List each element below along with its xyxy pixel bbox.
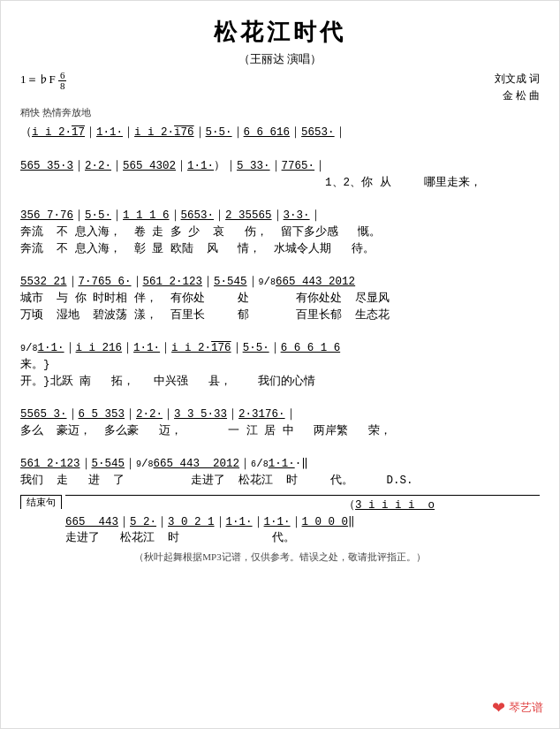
song-title: 松花江时代 (20, 17, 540, 48)
tempo: 稍快 热情奔放地 (20, 106, 540, 119)
ending-notes: （3 i i i i o 665 443｜5 2·｜3 0 2 1｜1·1·｜1… (65, 497, 540, 547)
page: 松花江时代 （王丽达 演唱） 1＝♭F 68 刘文成 词 金 松 曲 稍快 热情… (0, 0, 560, 729)
heart-icon: ❤ (492, 698, 505, 718)
author: 刘文成 词 金 松 曲 (495, 71, 540, 104)
watermark: ❤ 琴艺谱 (492, 698, 543, 718)
music-score: （i i 2·17｜1·1·｜i i 2·i76｜5·5·｜6 6 616｜56… (20, 125, 540, 490)
song-subtitle: （王丽达 演唱） (20, 51, 540, 67)
header-row: 1＝♭F 68 刘文成 词 金 松 曲 (20, 71, 540, 104)
footer-note: （秋叶起舞根据MP3记谱，仅供参考。错误之处，敬请批评指正。） (20, 551, 540, 564)
key-time: 1＝♭F 68 (20, 71, 66, 91)
ending-section: 结束句 （3 i i i i o 665 443｜5 2·｜3 0 2 1｜1·… (20, 495, 540, 547)
ending-label: 结束句 (20, 495, 62, 509)
watermark-text: 琴艺谱 (509, 700, 543, 716)
key-label: 1＝♭F 68 (20, 72, 66, 86)
